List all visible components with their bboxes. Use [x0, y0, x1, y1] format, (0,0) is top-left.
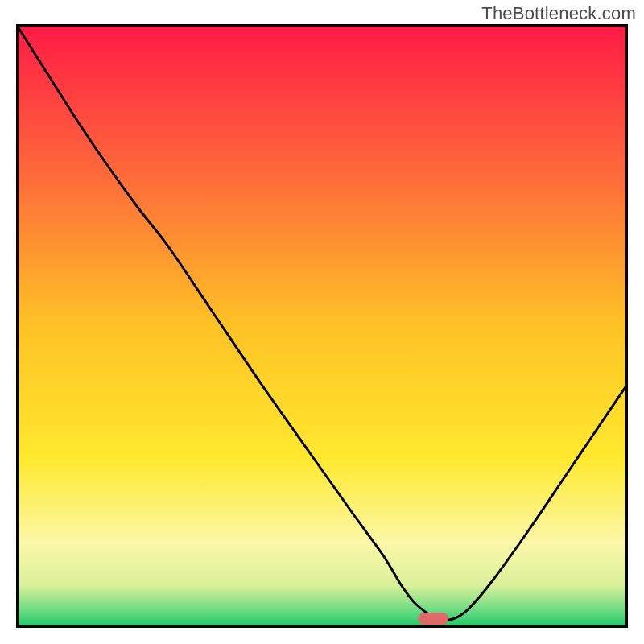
highlight-pill — [418, 613, 448, 625]
gradient-background — [16, 24, 628, 628]
chart-svg — [16, 24, 628, 628]
plot-area — [16, 24, 628, 628]
chart-frame: TheBottleneck.com — [0, 0, 644, 644]
watermark-text: TheBottleneck.com — [481, 3, 636, 24]
